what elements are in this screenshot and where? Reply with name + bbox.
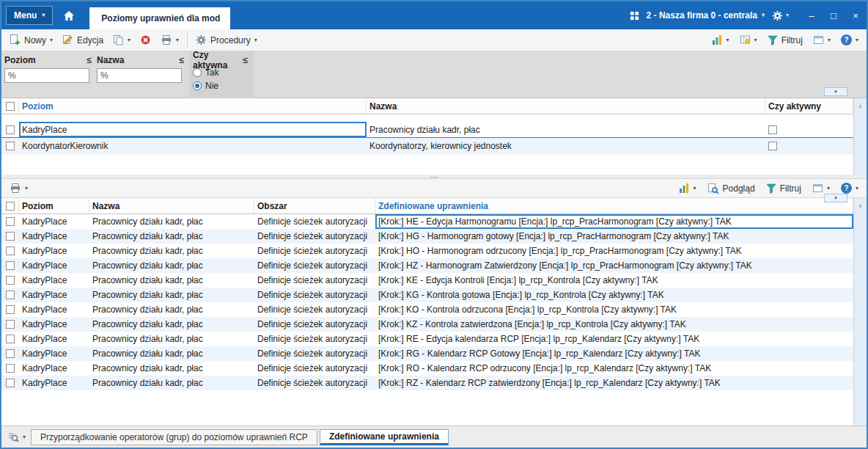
cell-uprawnienia[interactable]: [Krok:] KZ - Kontrola zatwierdzona [Encj… [375, 317, 853, 332]
cell-obszar[interactable]: Definicje ścieżek autoryzacji [254, 258, 375, 273]
cell-obszar[interactable]: Definicje ścieżek autoryzacji [254, 288, 375, 302]
czy-aktywny-checkbox[interactable] [768, 142, 777, 150]
row-checkbox[interactable] [6, 247, 15, 255]
filter-button[interactable]: Filtruj [763, 33, 807, 48]
row-checkbox[interactable] [6, 261, 15, 270]
cell-poziom[interactable]: KadryPlace [19, 258, 89, 273]
row-select-cell[interactable] [1, 288, 19, 302]
cell-obszar[interactable]: Definicje ścieżek autoryzacji [254, 302, 375, 317]
cell-obszar[interactable]: Definicje ścieżek autoryzacji [254, 376, 375, 390]
maximize-button[interactable]: □ [823, 1, 845, 29]
cell-nazwa[interactable]: Pracownicy działu kadr, płac [89, 214, 254, 229]
cell-nazwa[interactable]: Koordynatorzy, kierownicy jednostek [367, 138, 765, 153]
toolbar2-collapse-button[interactable]: ▾ [824, 194, 847, 202]
cell-poziom[interactable]: KoordynatorKierownik [19, 138, 367, 153]
filter-nazwa-input[interactable] [97, 68, 182, 83]
chart-button-2[interactable]: ▾ [674, 180, 701, 196]
cell-uprawnienia[interactable]: [Krok:] KE - Edycja Kontroli [Encja:] lp… [375, 273, 853, 288]
cell-nazwa[interactable]: Pracownicy działu kadr, płac [89, 317, 254, 332]
table-row[interactable]: KadryPlacePracownicy działu kadr, płacDe… [1, 376, 853, 390]
copy-button[interactable]: ▾ [108, 32, 135, 48]
row-select-cell[interactable] [1, 376, 19, 390]
czy-aktywny-checkbox[interactable] [768, 125, 777, 134]
cell-poziom[interactable]: KadryPlace [19, 122, 367, 137]
table-row[interactable]: KadryPlacePracownicy działu kadr, płacDe… [1, 288, 853, 302]
menu-button[interactable]: Menu ▾ [6, 6, 53, 25]
table-row[interactable]: KoordynatorKierownikKoordynatorzy, kiero… [1, 138, 853, 154]
cell-poziom[interactable]: KadryPlace [19, 317, 89, 332]
row-select-cell[interactable] [1, 214, 19, 229]
cell-uprawnienia[interactable]: [Krok:] HE - Edycja Harmonogramu [Encja:… [375, 214, 853, 229]
column-header-poziom[interactable]: Poziom [19, 198, 89, 213]
filter-poziom-input[interactable] [4, 68, 89, 83]
cell-nazwa[interactable]: Pracownicy działu kadr, płac [89, 258, 254, 273]
row-select-cell[interactable] [1, 229, 19, 244]
expand-left-icon[interactable]: ‹ [859, 202, 861, 210]
company-selector[interactable]: 2 - Nasza firma 0 - centrala ▾ [647, 10, 765, 21]
select-all-checkbox[interactable] [6, 102, 15, 111]
cell-obszar[interactable]: Definicje ścieżek autoryzacji [254, 361, 375, 376]
cell-obszar[interactable]: Definicje ścieżek autoryzacji [254, 229, 375, 244]
cell-obszar[interactable]: Definicje ścieżek autoryzacji [254, 332, 375, 346]
cell-poziom[interactable]: KadryPlace [19, 214, 89, 229]
cell-uprawnienia[interactable]: [Krok:] RO - Kalendarz RCP odrzucony [En… [375, 361, 853, 376]
row-checkbox[interactable] [6, 349, 15, 358]
cell-obszar[interactable]: Definicje ścieżek autoryzacji [254, 273, 375, 288]
row-checkbox[interactable] [6, 217, 15, 226]
bottom-tab-0[interactable]: Przyporządkowanie operatorów (grup) do p… [31, 429, 317, 445]
column-header-uprawnienia[interactable]: Zdefiniowane uprawnienia [375, 198, 853, 213]
table-row[interactable]: KadryPlacePracownicy działu kadr, płacDe… [1, 361, 853, 376]
row-checkbox[interactable] [6, 125, 15, 134]
chart-button[interactable]: ▾ [707, 32, 734, 48]
cell-poziom[interactable]: KadryPlace [19, 302, 89, 317]
table-row[interactable]: KadryPlacePracownicy działu kadr, płacDe… [1, 258, 853, 273]
column-header-nazwa[interactable]: Nazwa [89, 198, 254, 213]
cell-uprawnienia[interactable]: [Krok:] KG - Kontrola gotowa [Encja:] lp… [375, 288, 853, 302]
column-header-obszar[interactable]: Obszar [254, 198, 375, 213]
cell-uprawnienia[interactable]: [Krok:] HZ - Harmonogram Zatwierdzony [E… [375, 258, 853, 273]
cell-obszar[interactable]: Definicje ścieżek autoryzacji [254, 214, 375, 229]
help-button[interactable]: ? ▾ [836, 32, 863, 48]
row-select-cell[interactable] [1, 346, 19, 361]
settings-button[interactable]: ▾ [772, 10, 789, 21]
cell-nazwa[interactable]: Pracownicy działu kadr, płac [89, 229, 254, 244]
cell-poziom[interactable]: KadryPlace [19, 288, 89, 302]
column-header-nazwa[interactable]: Nazwa [367, 98, 765, 114]
cell-uprawnienia[interactable]: [Krok:] RE - Edycja kalendarza RCP [Encj… [375, 332, 853, 346]
table-row[interactable]: KadryPlacePracownicy działu kadr, płacDe… [1, 332, 853, 346]
table-row[interactable]: KadryPlacePracownicy działu kadr, płacDe… [1, 244, 853, 258]
cell-obszar[interactable]: Definicje ścieżek autoryzacji [254, 317, 375, 332]
cell-poziom[interactable]: KadryPlace [19, 244, 89, 258]
row-checkbox[interactable] [6, 305, 15, 314]
row-checkbox[interactable] [6, 232, 15, 241]
cell-poziom[interactable]: KadryPlace [19, 332, 89, 346]
row-select-cell[interactable] [1, 244, 19, 258]
column-header-poziom[interactable]: Poziom [19, 98, 367, 114]
row-checkbox[interactable] [6, 379, 15, 387]
cell-nazwa[interactable]: Pracownicy działu kadr, płac [89, 346, 254, 361]
preview-button[interactable]: Podgląd [703, 180, 760, 197]
row-select-cell[interactable] [1, 302, 19, 317]
new-button[interactable]: Nowy ▾ [5, 32, 57, 48]
close-button[interactable]: × [845, 1, 867, 29]
row-checkbox[interactable] [6, 142, 15, 150]
cell-nazwa[interactable]: Pracownicy działu kadr, płac [367, 122, 765, 137]
filter-collapse-button[interactable]: ▾ [824, 87, 847, 96]
radio-icon[interactable] [193, 81, 202, 90]
cell-nazwa[interactable]: Pracownicy działu kadr, płac [89, 302, 254, 317]
document-tab[interactable]: Poziomy uprawnień dla mod [89, 7, 230, 29]
table-row[interactable]: KadryPlacePracownicy działu kadr, płacDe… [1, 229, 853, 244]
home-button[interactable] [57, 6, 81, 25]
filter-nazwa-operator[interactable]: ≤ [179, 55, 184, 65]
cell-uprawnienia[interactable]: [Krok:] HG - Harmonogram gotowy [Encja:]… [375, 229, 853, 244]
cell-czy-aktywny[interactable] [765, 122, 853, 137]
filter-czy-aktywna-operator[interactable]: ≤ [243, 55, 248, 65]
select-all-cell[interactable] [1, 198, 19, 213]
apps-grid-icon[interactable] [630, 11, 639, 21]
row-checkbox[interactable] [6, 335, 15, 343]
table-row[interactable]: KadryPlacePracownicy działu kadr, płac [1, 122, 853, 138]
table-row[interactable]: KadryPlacePracownicy działu kadr, płacDe… [1, 214, 853, 229]
cell-poziom[interactable]: KadryPlace [19, 361, 89, 376]
cell-nazwa[interactable]: Pracownicy działu kadr, płac [89, 244, 254, 258]
cell-nazwa[interactable]: Pracownicy działu kadr, płac [89, 288, 254, 302]
